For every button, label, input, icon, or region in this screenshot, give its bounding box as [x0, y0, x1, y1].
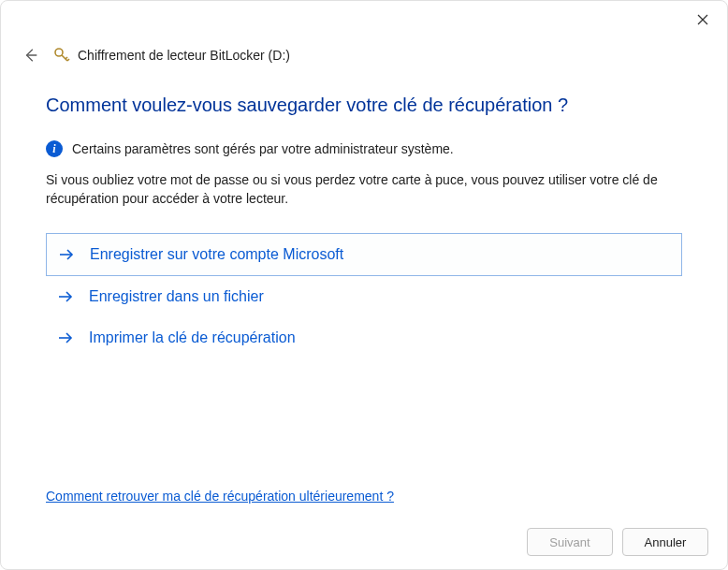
option-print-key[interactable]: Imprimer la clé de récupération — [46, 317, 682, 358]
option-label: Enregistrer sur votre compte Microsoft — [90, 246, 343, 263]
page-heading: Comment voulez-vous sauvegarder votre cl… — [46, 95, 682, 116]
arrow-left-icon — [22, 47, 39, 64]
svg-point-3 — [55, 49, 63, 56]
svg-line-6 — [67, 59, 69, 61]
arrow-right-icon — [57, 329, 74, 346]
wizard-footer: Suivant Annuler — [527, 528, 708, 556]
cancel-button[interactable]: Annuler — [622, 528, 708, 556]
option-save-microsoft-account[interactable]: Enregistrer sur votre compte Microsoft — [46, 233, 682, 276]
svg-line-5 — [66, 57, 67, 59]
option-label: Enregistrer dans un fichier — [89, 288, 264, 305]
arrow-right-icon — [58, 246, 75, 263]
info-icon: i — [46, 140, 63, 157]
wizard-content: Comment voulez-vous sauvegarder votre cl… — [46, 95, 682, 358]
wizard-header: Chiffrement de lecteur BitLocker (D:) — [22, 46, 706, 65]
info-row: i Certains paramètres sont gérés par vot… — [46, 140, 682, 157]
option-label: Imprimer la clé de récupération — [89, 329, 296, 346]
close-icon — [697, 14, 708, 25]
arrow-right-icon — [57, 288, 74, 305]
back-button[interactable] — [22, 46, 40, 65]
options-list: Enregistrer sur votre compte Microsoft E… — [46, 233, 682, 358]
next-button: Suivant — [527, 528, 613, 556]
bitlocker-key-icon — [53, 47, 70, 64]
option-save-to-file[interactable]: Enregistrer dans un fichier — [46, 276, 682, 317]
close-button[interactable] — [692, 8, 714, 31]
window-title: Chiffrement de lecteur BitLocker (D:) — [78, 48, 290, 63]
info-text: Certains paramètres sont gérés par votre… — [72, 141, 454, 156]
body-text: Si vous oubliez votre mot de passe ou si… — [46, 170, 682, 209]
help-link[interactable]: Comment retrouver ma clé de récupération… — [46, 489, 394, 504]
